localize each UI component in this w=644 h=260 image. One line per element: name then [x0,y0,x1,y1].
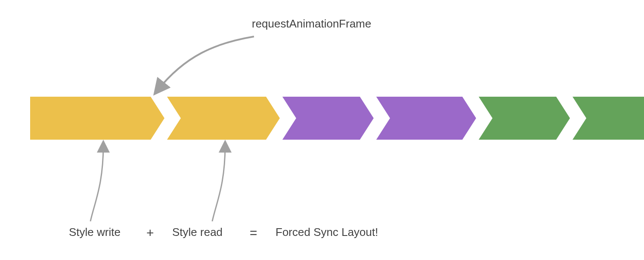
stage-paint [479,97,570,140]
label-fsl: Forced Sync Layout! [276,226,378,239]
label-equals: = [250,226,257,240]
label-raf: requestAnimationFrame [252,17,371,31]
stage-composite [573,97,644,140]
pipeline-svg [0,0,644,260]
arrow-raf [158,37,254,90]
stage-style [282,97,374,140]
stage-javascript [167,97,280,140]
label-style-write: Style write [69,226,121,239]
label-plus: + [146,226,154,240]
arrow-style-read [212,145,225,221]
label-style-read: Style read [172,226,223,239]
stage-layout [376,97,476,140]
arrow-style-write [90,145,103,221]
stage-input-handlers [30,97,164,140]
